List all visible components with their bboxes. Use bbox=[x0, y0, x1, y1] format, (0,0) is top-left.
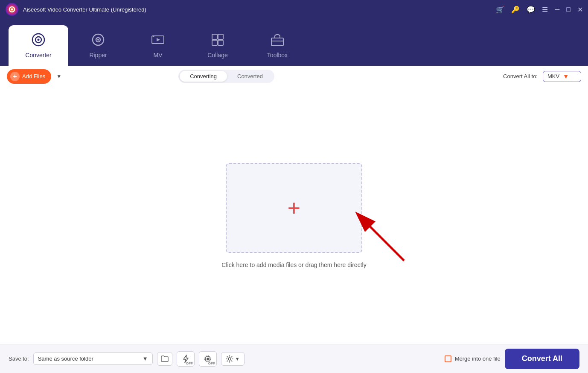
cart-icon[interactable]: 🛒 bbox=[496, 6, 504, 14]
svg-point-8 bbox=[97, 39, 99, 41]
plus-circle-icon: + bbox=[10, 72, 20, 81]
svg-rect-13 bbox=[218, 40, 223, 45]
main-content: + Add Files ▼ Converting Converted Conve… bbox=[0, 66, 588, 344]
merge-text: Merge into one file bbox=[455, 355, 501, 362]
flash-off-badge: OFF bbox=[186, 361, 193, 365]
navbar: Converter Ripper MV bbox=[0, 19, 588, 66]
save-to-label: Save to: bbox=[9, 355, 29, 362]
settings-button[interactable]: ▼ bbox=[221, 352, 245, 366]
svg-rect-10 bbox=[212, 34, 217, 39]
collage-label: Collage bbox=[207, 52, 227, 59]
svg-point-5 bbox=[38, 39, 40, 41]
merge-label: Merge into one file bbox=[445, 355, 501, 362]
tab-converting[interactable]: Converting bbox=[180, 71, 227, 82]
key-icon[interactable]: 🔑 bbox=[511, 6, 520, 14]
converter-label: Converter bbox=[25, 52, 51, 59]
minimize-icon[interactable]: ─ bbox=[555, 6, 559, 13]
mv-icon bbox=[151, 32, 165, 49]
save-to-dropdown-icon: ▼ bbox=[143, 355, 148, 362]
toolbox-label: Toolbox bbox=[267, 52, 288, 59]
nav-item-toolbox[interactable]: Toolbox bbox=[247, 25, 307, 66]
drop-plus-icon: + bbox=[288, 197, 300, 219]
svg-point-2 bbox=[11, 9, 13, 11]
drop-zone-area: + Click here to add media files or drag … bbox=[0, 87, 588, 344]
settings-dropdown-arrow: ▼ bbox=[235, 356, 240, 361]
nav-item-collage[interactable]: Collage bbox=[188, 25, 247, 66]
open-folder-button[interactable] bbox=[157, 352, 172, 366]
gear-icon bbox=[226, 355, 233, 363]
add-files-label: Add Files bbox=[22, 73, 45, 79]
titlebar: Aiseesoft Video Converter Ultimate (Unre… bbox=[0, 0, 588, 19]
converter-icon bbox=[31, 32, 46, 49]
ripper-icon bbox=[91, 32, 105, 49]
svg-rect-12 bbox=[212, 40, 217, 45]
nav-item-ripper[interactable]: Ripper bbox=[68, 25, 128, 66]
tab-converted[interactable]: Converted bbox=[227, 71, 273, 82]
collage-icon bbox=[210, 32, 225, 49]
hardware-accel-button[interactable]: OFF bbox=[199, 351, 217, 367]
toolbar: + Add Files ▼ Converting Converted Conve… bbox=[0, 66, 588, 87]
maximize-icon[interactable]: □ bbox=[566, 6, 571, 13]
app-title: Aiseesoft Video Converter Ultimate (Unre… bbox=[23, 6, 492, 13]
save-to-selector[interactable]: Same as source folder ▼ bbox=[33, 352, 153, 365]
svg-rect-14 bbox=[271, 38, 283, 46]
folder-icon bbox=[161, 355, 169, 362]
format-value: MKV bbox=[547, 73, 559, 79]
convert-all-to-label: Convert All to: bbox=[503, 73, 538, 79]
mv-label: MV bbox=[154, 52, 163, 59]
nav-item-mv[interactable]: MV bbox=[128, 25, 188, 66]
drop-hint-text: Click here to add media files or drag th… bbox=[221, 261, 366, 268]
format-selector[interactable]: MKV ▼ bbox=[543, 71, 581, 82]
format-chevron-icon: ▼ bbox=[563, 73, 569, 80]
accel-off-badge: OFF bbox=[208, 361, 215, 365]
chat-icon[interactable]: 💬 bbox=[527, 6, 535, 14]
flash-button[interactable]: OFF bbox=[177, 351, 195, 367]
svg-rect-11 bbox=[218, 34, 223, 39]
svg-line-17 bbox=[366, 222, 404, 261]
convert-all-button[interactable]: Convert All bbox=[505, 349, 579, 369]
drop-zone[interactable]: + bbox=[226, 163, 362, 253]
merge-checkbox[interactable] bbox=[445, 355, 451, 362]
toolbox-icon bbox=[270, 32, 285, 49]
add-files-button[interactable]: + Add Files bbox=[7, 69, 51, 84]
svg-rect-19 bbox=[207, 358, 209, 360]
window-controls: 🛒 🔑 💬 ☰ ─ □ ✕ bbox=[496, 6, 583, 14]
tab-group: Converting Converted bbox=[178, 70, 274, 83]
save-path-value: Same as source folder bbox=[38, 355, 93, 362]
app-logo bbox=[5, 3, 19, 16]
nav-item-converter[interactable]: Converter bbox=[9, 25, 68, 66]
close-icon[interactable]: ✕ bbox=[577, 6, 583, 14]
bottombar: Save to: Same as source folder ▼ OFF OFF bbox=[0, 344, 588, 373]
add-files-dropdown-button[interactable]: ▼ bbox=[56, 73, 61, 79]
red-arrow-annotation bbox=[353, 209, 408, 265]
ripper-label: Ripper bbox=[89, 52, 107, 59]
menu-icon[interactable]: ☰ bbox=[542, 6, 548, 14]
